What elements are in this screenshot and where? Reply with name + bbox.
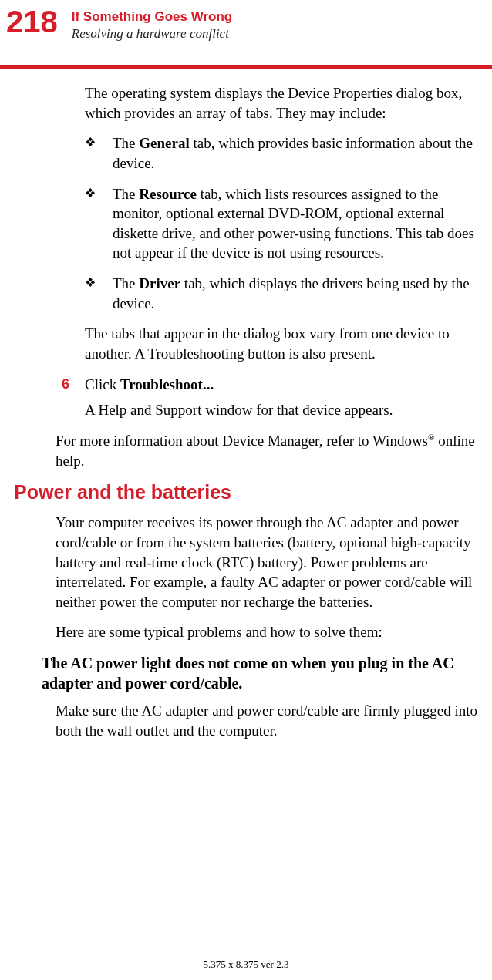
section-subtitle: Resolving a hardware conflict — [72, 26, 232, 42]
header-rule — [0, 65, 492, 69]
header-text-block: If Something Goes Wrong Resolving a hard… — [72, 6, 232, 42]
power-intro-paragraph: Your computer receives its power through… — [56, 513, 478, 611]
more-info-paragraph: For more information about Device Manage… — [56, 431, 478, 470]
step-item: 6 Click Troubleshoot... — [62, 375, 478, 395]
bullet-icon: ❖ — [85, 133, 113, 152]
bullet-icon: ❖ — [85, 184, 113, 203]
chapter-title: If Something Goes Wrong — [72, 9, 232, 25]
typical-problems-paragraph: Here are some typical problems and how t… — [56, 622, 478, 642]
page-footer: 5.375 x 8.375 ver 2.3 — [0, 958, 492, 971]
intro-paragraph: The operating system displays the Device… — [85, 83, 478, 123]
problem-body-paragraph: Make sure the AC adapter and power cord/… — [56, 701, 478, 740]
step-number: 6 — [62, 375, 85, 393]
bullet-text: The General tab, which provides basic in… — [113, 133, 478, 173]
section-heading-power: Power and the batteries — [14, 481, 478, 503]
bullet-item: ❖ The Resource tab, which lists resource… — [85, 184, 478, 264]
problem-heading: The AC power light does not come on when… — [42, 653, 478, 693]
page-content: The operating system displays the Device… — [0, 83, 492, 740]
bullet-icon: ❖ — [85, 274, 113, 292]
bullet-item: ❖ The General tab, which provides basic … — [85, 133, 478, 173]
step-text: Click Troubleshoot... — [85, 375, 478, 395]
page-number: 218 — [6, 6, 58, 37]
bullet-text: The Resource tab, which lists resources … — [113, 184, 478, 264]
bullet-text: The Driver tab, which displays the drive… — [113, 274, 478, 313]
tabs-vary-paragraph: The tabs that appear in the dialog box v… — [85, 324, 478, 363]
bullet-item: ❖ The Driver tab, which displays the dri… — [85, 274, 478, 313]
help-window-paragraph: A Help and Support window for that devic… — [85, 400, 478, 420]
page-header: 218 If Something Goes Wrong Resolving a … — [0, 0, 492, 42]
